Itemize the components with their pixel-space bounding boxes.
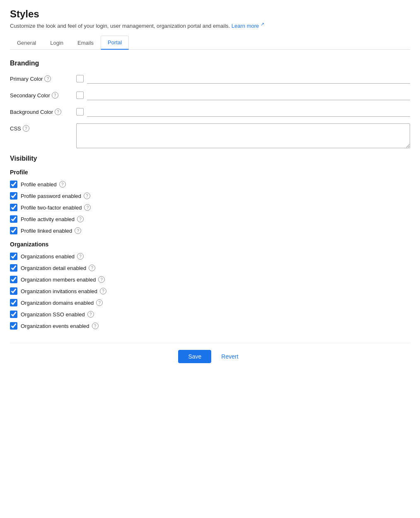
profile-enabled-row: Profile enabled ?	[10, 181, 410, 188]
organization-detail-help-icon[interactable]: ?	[89, 265, 95, 271]
secondary-color-label: Secondary Color ?	[10, 92, 76, 99]
profile-linked-help-icon[interactable]: ?	[75, 227, 81, 234]
footer: Save Revert	[10, 343, 410, 363]
tab-login[interactable]: Login	[43, 36, 70, 50]
primary-color-swatch[interactable]	[76, 75, 84, 82]
css-row: CSS ?	[10, 123, 410, 148]
organization-members-enabled-checkbox[interactable]	[10, 276, 17, 283]
organization-detail-enabled-row: Organization detail enabled ?	[10, 264, 410, 272]
organization-events-enabled-label: Organization events enabled ?	[21, 323, 99, 329]
profile-password-help-icon[interactable]: ?	[84, 193, 90, 199]
profile-password-enabled-checkbox[interactable]	[10, 192, 17, 200]
secondary-color-help-icon[interactable]: ?	[52, 92, 58, 99]
profile-activity-help-icon[interactable]: ?	[77, 216, 84, 222]
profile-password-enabled-label: Profile password enabled ?	[21, 193, 90, 199]
profile-subsection-title: Profile	[10, 169, 410, 176]
profile-two-factor-help-icon[interactable]: ?	[84, 204, 91, 211]
organization-invitations-enabled-checkbox[interactable]	[10, 287, 17, 295]
css-help-icon[interactable]: ?	[23, 125, 29, 132]
primary-color-row: Primary Color ?	[10, 74, 410, 84]
organization-events-enabled-row: Organization events enabled ?	[10, 322, 410, 330]
organization-members-enabled-row: Organization members enabled ?	[10, 276, 410, 283]
organization-sso-help-icon[interactable]: ?	[87, 311, 94, 318]
profile-activity-enabled-checkbox[interactable]	[10, 215, 17, 223]
primary-color-label: Primary Color ?	[10, 75, 76, 82]
tab-portal[interactable]: Portal	[101, 36, 129, 50]
tab-emails[interactable]: Emails	[70, 36, 101, 50]
background-color-row: Background Color ?	[10, 107, 410, 117]
background-color-swatch[interactable]	[76, 108, 84, 116]
organizations-enabled-row: Organizations enabled ?	[10, 253, 410, 260]
organizations-enabled-checkbox[interactable]	[10, 253, 17, 260]
css-label: CSS ?	[10, 123, 76, 132]
organizations-enabled-label: Organizations enabled ?	[21, 253, 84, 260]
revert-button[interactable]: Revert	[218, 350, 241, 363]
organization-sso-enabled-label: Organization SSO enabled ?	[21, 311, 94, 318]
organization-detail-enabled-checkbox[interactable]	[10, 264, 17, 272]
organization-sso-enabled-checkbox[interactable]	[10, 311, 17, 318]
primary-color-input[interactable]	[87, 74, 410, 84]
organization-members-enabled-label: Organization members enabled ?	[21, 276, 105, 283]
visibility-section-title: Visibility	[10, 155, 410, 162]
external-link-icon: ↗	[261, 22, 264, 27]
tab-general[interactable]: General	[10, 36, 43, 50]
organization-invitations-enabled-label: Organization invitations enabled ?	[21, 288, 106, 294]
organization-domains-help-icon[interactable]: ?	[96, 299, 103, 306]
profile-linked-enabled-row: Profile linked enabled ?	[10, 227, 410, 234]
organization-events-enabled-checkbox[interactable]	[10, 322, 17, 330]
organizations-enabled-help-icon[interactable]: ?	[77, 253, 84, 260]
profile-enabled-checkbox[interactable]	[10, 181, 17, 188]
profile-two-factor-enabled-label: Profile two-factor enabled ?	[21, 204, 91, 211]
css-textarea[interactable]	[76, 123, 410, 148]
organization-sso-enabled-row: Organization SSO enabled ?	[10, 311, 410, 318]
background-color-label: Background Color ?	[10, 108, 76, 115]
secondary-color-swatch[interactable]	[76, 92, 84, 99]
branding-section-title: Branding	[10, 60, 410, 67]
profile-password-enabled-row: Profile password enabled ?	[10, 192, 410, 200]
primary-color-help-icon[interactable]: ?	[44, 75, 51, 82]
profile-activity-enabled-row: Profile activity enabled ?	[10, 215, 410, 223]
profile-two-factor-enabled-checkbox[interactable]	[10, 204, 17, 211]
organization-domains-enabled-row: Organization domains enabled ?	[10, 299, 410, 306]
organization-members-help-icon[interactable]: ?	[98, 276, 105, 283]
profile-two-factor-enabled-row: Profile two-factor enabled ?	[10, 204, 410, 211]
page-title: Styles	[10, 8, 410, 20]
profile-enabled-label: Profile enabled ?	[21, 181, 66, 188]
learn-more-link[interactable]: Learn more ↗	[232, 23, 264, 29]
page-subtitle: Customize the look and feel of your logi…	[10, 22, 410, 29]
profile-activity-enabled-label: Profile activity enabled ?	[21, 216, 84, 222]
profile-linked-enabled-label: Profile linked enabled ?	[21, 227, 81, 234]
profile-enabled-help-icon[interactable]: ?	[59, 181, 66, 188]
organization-domains-enabled-label: Organization domains enabled ?	[21, 299, 103, 306]
tabs-bar: General Login Emails Portal	[10, 36, 410, 50]
background-color-help-icon[interactable]: ?	[55, 108, 61, 115]
profile-linked-enabled-checkbox[interactable]	[10, 227, 17, 234]
secondary-color-input[interactable]	[87, 90, 410, 100]
background-color-input[interactable]	[87, 107, 410, 117]
organization-domains-enabled-checkbox[interactable]	[10, 299, 17, 306]
visibility-section: Visibility Profile Profile enabled ? Pro…	[10, 155, 410, 330]
organization-invitations-enabled-row: Organization invitations enabled ?	[10, 287, 410, 295]
secondary-color-row: Secondary Color ?	[10, 90, 410, 100]
organization-events-help-icon[interactable]: ?	[92, 323, 99, 329]
organization-invitations-help-icon[interactable]: ?	[100, 288, 106, 294]
save-button[interactable]: Save	[178, 350, 211, 363]
organizations-subsection-title: Organizations	[10, 241, 410, 248]
organization-detail-enabled-label: Organization detail enabled ?	[21, 265, 95, 271]
